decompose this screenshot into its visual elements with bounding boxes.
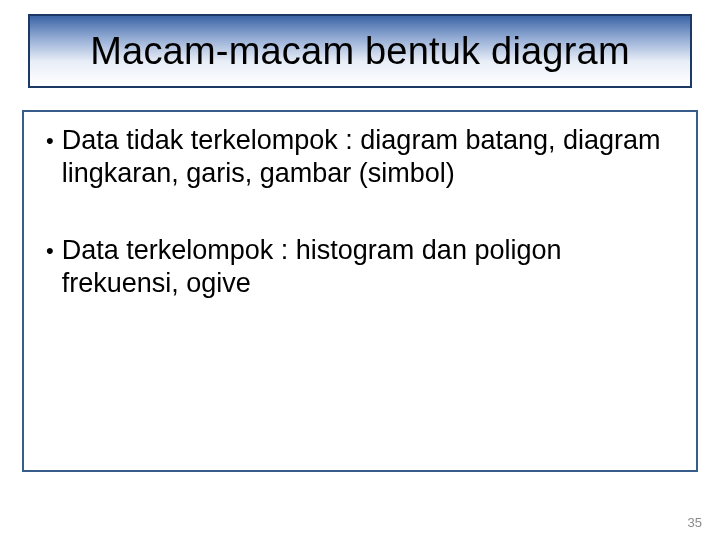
bullet-item: • Data tidak terkelompok : diagram batan… [46, 124, 674, 190]
bullet-text: Data terkelompok : histogram dan poligon… [62, 234, 674, 300]
bullet-text: Data tidak terkelompok : diagram batang,… [62, 124, 674, 190]
bullet-item: • Data terkelompok : histogram dan polig… [46, 234, 674, 300]
bullet-icon: • [46, 234, 54, 268]
body-box: • Data tidak terkelompok : diagram batan… [22, 110, 698, 472]
bullet-icon: • [46, 124, 54, 158]
page-number: 35 [688, 515, 702, 530]
slide-title: Macam-macam bentuk diagram [90, 30, 630, 73]
title-box: Macam-macam bentuk diagram [28, 14, 692, 88]
